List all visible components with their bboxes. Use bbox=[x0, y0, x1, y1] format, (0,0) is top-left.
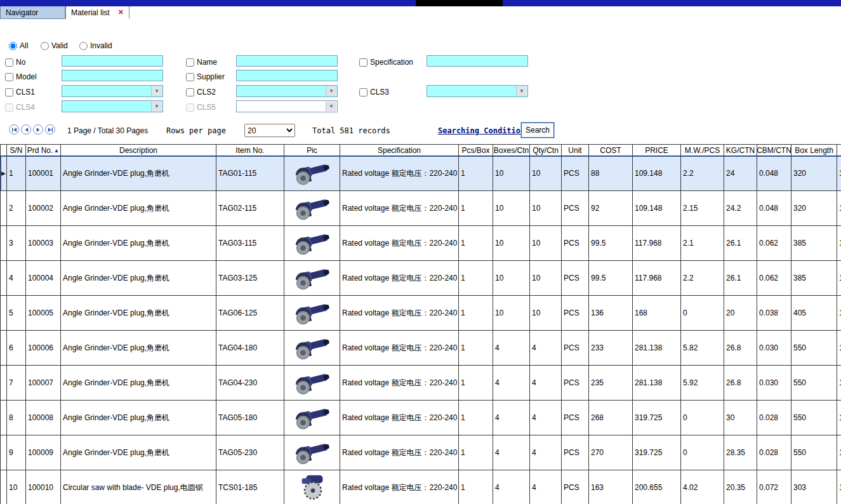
checkbox-specification[interactable]: Specification bbox=[359, 56, 413, 69]
cell-item_no: TAG02-115 bbox=[216, 191, 284, 226]
table-header-row: S/NPrd No.▲DescriptionItem No.PicSpecifi… bbox=[1, 145, 841, 156]
checkbox-cls3-input[interactable] bbox=[359, 88, 368, 96]
column-header-label: Description bbox=[119, 146, 157, 155]
checkbox-cls2-input[interactable] bbox=[186, 88, 194, 96]
checkbox-cls3[interactable]: CLS3 bbox=[359, 86, 389, 98]
angle-grinder-image bbox=[294, 264, 331, 292]
cell-kg_ctn: 30 bbox=[724, 401, 757, 435]
specification-field[interactable] bbox=[427, 55, 528, 67]
tab-material-list[interactable]: Material list ✕ bbox=[65, 6, 129, 19]
column-header-boxes_ctn[interactable]: Boxes/Ctn bbox=[493, 145, 530, 156]
radio-valid[interactable]: Valid bbox=[41, 39, 68, 52]
header-row-selector bbox=[1, 145, 7, 156]
cell-pcs_box: 1 bbox=[459, 435, 493, 470]
radio-all[interactable]: All bbox=[9, 39, 28, 52]
checkbox-name-label: Name bbox=[197, 58, 217, 67]
checkbox-no[interactable]: No bbox=[5, 56, 25, 69]
column-header-sn[interactable]: S/N bbox=[7, 145, 26, 156]
column-header-pcs_box[interactable]: Pcs/Box bbox=[459, 145, 493, 156]
cell-specification: Rated voltage 额定电压：220-240 bbox=[340, 470, 459, 504]
cell-cbm_ctn: 0.028 bbox=[757, 435, 791, 470]
table-row[interactable]: 6100006Angle Grinder-VDE plug,角磨机TAG04-1… bbox=[1, 331, 841, 366]
cell-kg_ctn: 26.8 bbox=[724, 331, 757, 366]
radio-invalid[interactable]: Invalid bbox=[79, 39, 112, 52]
cell-kg_ctn: 26.8 bbox=[724, 366, 757, 401]
cls3-combobox[interactable]: ▼ bbox=[427, 85, 528, 97]
checkbox-supplier-input[interactable] bbox=[186, 73, 194, 81]
column-header-unit[interactable]: Unit bbox=[562, 145, 589, 156]
table-row[interactable]: 2100002Angle Grinder-VDE plug,角磨机TAG02-1… bbox=[1, 191, 841, 226]
chevron-down-icon[interactable]: ▼ bbox=[326, 102, 336, 111]
angle-grinder-image bbox=[294, 229, 331, 257]
column-header-prd_no[interactable]: Prd No.▲ bbox=[26, 145, 61, 156]
checkbox-cls2[interactable]: CLS2 bbox=[186, 86, 216, 98]
cell-pcs_box: 1 bbox=[459, 226, 493, 261]
cell-mw_pcs: 5.92 bbox=[681, 366, 724, 401]
checkbox-cls1[interactable]: CLS1 bbox=[5, 86, 35, 98]
column-header-specification[interactable]: Specification bbox=[340, 145, 459, 156]
checkbox-model-input[interactable] bbox=[5, 73, 13, 81]
cell-pic bbox=[284, 470, 340, 504]
cell-boxes_ctn: 10 bbox=[493, 296, 530, 331]
searching-condition-link[interactable]: Searching Condition bbox=[438, 126, 525, 135]
column-header-cost[interactable]: COST bbox=[589, 145, 633, 156]
cell-unit: PCS bbox=[562, 226, 589, 261]
cell-b: 1 bbox=[837, 296, 841, 331]
checkbox-name[interactable]: Name bbox=[186, 56, 217, 69]
cell-box_length: 550 bbox=[791, 435, 837, 470]
name-field[interactable] bbox=[236, 55, 338, 67]
checkbox-name-input[interactable] bbox=[186, 58, 194, 67]
model-field[interactable] bbox=[62, 70, 163, 81]
checkbox-model[interactable]: Model bbox=[5, 70, 37, 83]
column-header-label: Pic bbox=[307, 146, 317, 155]
table-row[interactable]: ▶1100001Angle Grinder-VDE plug,角磨机TAG01-… bbox=[1, 156, 841, 191]
cls1-combobox[interactable]: ▼ bbox=[62, 85, 163, 97]
next-page-button[interactable] bbox=[33, 124, 43, 135]
supplier-field[interactable] bbox=[236, 70, 338, 81]
close-tab-icon[interactable]: ✕ bbox=[112, 8, 124, 17]
column-header-qty_ctn[interactable]: Qty/Ctn bbox=[530, 145, 562, 156]
cell-cost: 233 bbox=[589, 331, 633, 366]
column-header-box_length[interactable]: Box Length bbox=[791, 145, 837, 156]
column-header-b[interactable]: B bbox=[837, 145, 841, 156]
radio-all-input[interactable] bbox=[9, 42, 17, 50]
table-row[interactable]: 5100005Angle Grinder-VDE plug,角磨机TAG06-1… bbox=[1, 296, 841, 331]
cls2-combobox[interactable]: ▼ bbox=[236, 85, 338, 97]
table-row[interactable]: 9100009Angle Grinder-VDE plug,角磨机TAG05-2… bbox=[1, 435, 841, 470]
column-header-pic[interactable]: Pic bbox=[284, 145, 340, 156]
checkbox-supplier[interactable]: Supplier bbox=[186, 70, 225, 83]
table-row[interactable]: 8100008Angle Grinder-VDE plug,角磨机TAG05-1… bbox=[1, 401, 841, 435]
chevron-down-icon[interactable]: ▼ bbox=[151, 86, 162, 96]
first-page-button[interactable] bbox=[9, 124, 19, 135]
radio-invalid-input[interactable] bbox=[79, 42, 88, 50]
checkbox-specification-input[interactable] bbox=[359, 58, 368, 67]
search-button[interactable]: Search bbox=[521, 123, 554, 138]
chevron-down-icon[interactable]: ▼ bbox=[151, 102, 162, 111]
column-header-label: M.W./PCS bbox=[685, 146, 720, 155]
previous-page-button[interactable] bbox=[21, 124, 31, 135]
cls4-combobox[interactable]: ▼ bbox=[62, 100, 163, 112]
table-row[interactable]: 7100007Angle Grinder-VDE plug,角磨机TAG04-2… bbox=[1, 366, 841, 401]
table-row[interactable]: 10100010Circular saw with blade- VDE plu… bbox=[1, 470, 841, 504]
column-header-cbm_ctn[interactable]: CBM/CTN bbox=[757, 145, 791, 156]
table-row[interactable]: 3100003Angle Grinder-VDE plug,角磨机TAG03-1… bbox=[1, 226, 841, 261]
checkbox-no-input[interactable] bbox=[5, 58, 13, 67]
radio-valid-input[interactable] bbox=[41, 42, 49, 50]
cell-mw_pcs: 2.1 bbox=[681, 226, 724, 261]
column-header-description[interactable]: Description bbox=[61, 145, 216, 156]
cell-unit: PCS bbox=[562, 470, 589, 504]
table-row[interactable]: 4100004Angle Grinder-VDE plug,角磨机TAG03-1… bbox=[1, 261, 841, 296]
last-page-button[interactable] bbox=[45, 124, 55, 135]
column-header-price[interactable]: PRICE bbox=[633, 145, 681, 156]
rows-per-page-select[interactable]: 20 bbox=[244, 124, 295, 137]
chevron-down-icon[interactable]: ▼ bbox=[326, 86, 336, 96]
column-header-kg_ctn[interactable]: KG/CTN bbox=[724, 145, 757, 156]
chevron-down-icon[interactable]: ▼ bbox=[516, 86, 527, 96]
checkbox-cls4-label: CLS4 bbox=[16, 103, 35, 112]
checkbox-cls1-input[interactable] bbox=[5, 88, 13, 96]
tab-navigator[interactable]: Navigator bbox=[0, 6, 65, 19]
column-header-item_no[interactable]: Item No. bbox=[216, 145, 284, 156]
cls5-combobox[interactable]: ▼ bbox=[236, 100, 338, 112]
column-header-mw_pcs[interactable]: M.W./PCS bbox=[681, 145, 724, 156]
no-field[interactable] bbox=[62, 55, 163, 67]
